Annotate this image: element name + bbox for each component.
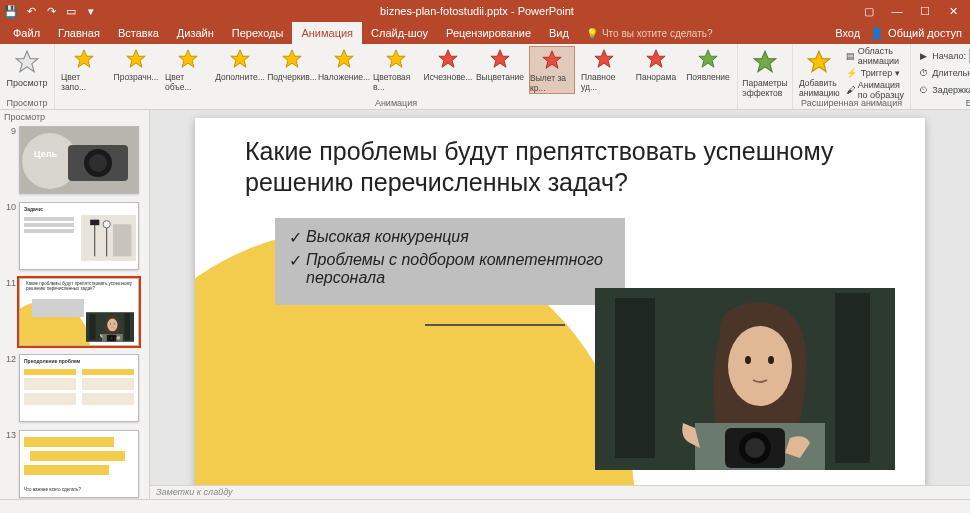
star-icon <box>385 48 407 70</box>
animation-gallery-item[interactable]: Панорама <box>633 46 679 82</box>
animation-gallery-item[interactable]: Исчезнове... <box>425 46 471 82</box>
ribbon-options-icon[interactable]: ▢ <box>856 1 882 21</box>
slide-title[interactable]: Какие проблемы будут препятствовать успе… <box>245 136 885 199</box>
star-icon <box>73 48 95 70</box>
star-icon <box>541 49 563 71</box>
slide-thumbnail[interactable]: Какие проблемы будут препятствовать успе… <box>19 278 139 346</box>
divider-line[interactable] <box>425 324 565 326</box>
tab-file[interactable]: Файл <box>4 22 49 44</box>
window-title: biznes-plan-fotostudii.pptx - PowerPoint <box>98 5 856 17</box>
share-icon: 👤 <box>870 27 884 40</box>
status-bar <box>0 499 970 513</box>
thumbnails-header: Просмотр <box>0 110 149 124</box>
pane-icon: ▤ <box>846 50 855 62</box>
painter-icon: 🖌 <box>846 84 855 96</box>
tab-home[interactable]: Главная <box>49 22 109 44</box>
undo-icon[interactable]: ↶ <box>24 4 38 18</box>
tab-view[interactable]: Вид <box>540 22 578 44</box>
delay-label: Задержка: <box>932 85 970 95</box>
preview-icon <box>13 48 41 76</box>
bullet-text: Проблемы с подбором компетентного персон… <box>306 251 611 287</box>
add-animation-icon <box>805 48 833 76</box>
bullet-box[interactable]: ✓Высокая конкуренция ✓Проблемы с подборо… <box>275 218 625 305</box>
star-icon <box>177 48 199 70</box>
star-icon <box>593 48 615 70</box>
animation-gallery-item[interactable]: Вылет за кр... <box>529 46 575 94</box>
slide-photo[interactable] <box>595 288 895 470</box>
start-icon: ▶ <box>917 50 929 62</box>
bullet-text: Высокая конкуренция <box>306 228 469 247</box>
group-label-preview: Просмотр <box>6 98 48 109</box>
save-icon[interactable]: 💾 <box>4 4 18 18</box>
tab-slideshow[interactable]: Слайд-шоу <box>362 22 437 44</box>
start-from-beginning-icon[interactable]: ▭ <box>64 4 78 18</box>
slide-thumbnails-panel: Просмотр 9 10 Задачи: 11 Какие проблемы … <box>0 110 150 499</box>
animation-gallery-item[interactable]: Прозрачн... <box>113 46 159 82</box>
tab-animations[interactable]: Анимация <box>292 22 362 44</box>
tab-transitions[interactable]: Переходы <box>223 22 293 44</box>
slide-thumbnail[interactable]: Преодоление проблем <box>19 354 139 422</box>
animation-gallery-item[interactable]: Цветовая в... <box>373 46 419 92</box>
star-icon <box>229 48 251 70</box>
slide-thumbnail[interactable] <box>19 126 139 194</box>
animation-gallery-item[interactable]: Наложение... <box>321 46 367 82</box>
tab-insert[interactable]: Вставка <box>109 22 168 44</box>
trigger-icon: ⚡ <box>846 67 858 79</box>
group-label-advanced: Расширенная анимация <box>799 98 904 109</box>
minimize-button[interactable]: — <box>884 1 910 21</box>
slide-thumbnail[interactable]: Задачи: <box>19 202 139 270</box>
star-icon <box>125 48 147 70</box>
animation-gallery-item[interactable]: Появление <box>685 46 731 82</box>
signin-link[interactable]: Вход <box>835 27 860 39</box>
redo-icon[interactable]: ↷ <box>44 4 58 18</box>
chevron-down-icon: ▾ <box>895 68 900 78</box>
slide-thumbnail[interactable]: Что важнее всего сделать? <box>19 430 139 498</box>
trigger-button[interactable]: ⚡Триггер▾ <box>846 65 905 81</box>
animation-pane-button[interactable]: ▤Область анимации <box>846 48 905 64</box>
star-icon <box>697 48 719 70</box>
ribbon: Просмотр Просмотр Цвет запо...Прозрачн..… <box>0 44 970 110</box>
animation-gallery-item[interactable]: Подчеркив... <box>269 46 315 82</box>
animation-gallery-item[interactable]: Выцветание <box>477 46 523 82</box>
animation-gallery-item[interactable]: Дополните... <box>217 46 263 82</box>
check-icon: ✓ <box>289 228 302 247</box>
titlebar: 💾 ↶ ↷ ▭ ▾ biznes-plan-fotostudii.pptx - … <box>0 0 970 22</box>
star-icon <box>437 48 459 70</box>
preview-button[interactable]: Просмотр <box>6 46 48 88</box>
close-button[interactable]: ✕ <box>940 1 966 21</box>
add-animation-button[interactable]: Добавить анимацию <box>799 46 840 98</box>
star-icon <box>645 48 667 70</box>
animation-gallery-item[interactable]: Плавное уд... <box>581 46 627 92</box>
tab-review[interactable]: Рецензирование <box>437 22 540 44</box>
tab-design[interactable]: Дизайн <box>168 22 223 44</box>
maximize-button[interactable]: ☐ <box>912 1 938 21</box>
start-label: Начало: <box>932 51 966 61</box>
duration-icon: ⏱ <box>917 67 929 79</box>
group-label-timing: Время показа слайдов <box>917 98 970 109</box>
ribbon-tabs: Файл Главная Вставка Дизайн Переходы Ани… <box>0 22 970 44</box>
bulb-icon: 💡 <box>586 28 598 39</box>
animation-gallery-item[interactable]: Цвет объе... <box>165 46 211 92</box>
tell-me[interactable]: 💡Что вы хотите сделать? <box>578 22 721 44</box>
star-icon <box>333 48 355 70</box>
slide-canvas[interactable]: Какие проблемы будут препятствовать успе… <box>195 118 925 485</box>
effect-options-icon <box>751 48 779 76</box>
delay-icon: ⏲ <box>917 84 929 96</box>
star-icon <box>281 48 303 70</box>
star-icon <box>489 48 511 70</box>
notes-pane[interactable]: Заметки к слайду <box>150 485 970 499</box>
animation-gallery-item[interactable]: Цвет запо... <box>61 46 107 92</box>
qat-dropdown-icon[interactable]: ▾ <box>84 4 98 18</box>
effect-options-button[interactable]: Параметры эффектов <box>744 46 786 98</box>
share-button[interactable]: 👤Общий доступ <box>870 27 962 40</box>
group-label-animation: Анимация <box>61 98 731 109</box>
duration-label: Длительность: <box>932 68 970 78</box>
animation-painter-button[interactable]: 🖌Анимация по образцу <box>846 82 905 98</box>
check-icon: ✓ <box>289 251 302 287</box>
